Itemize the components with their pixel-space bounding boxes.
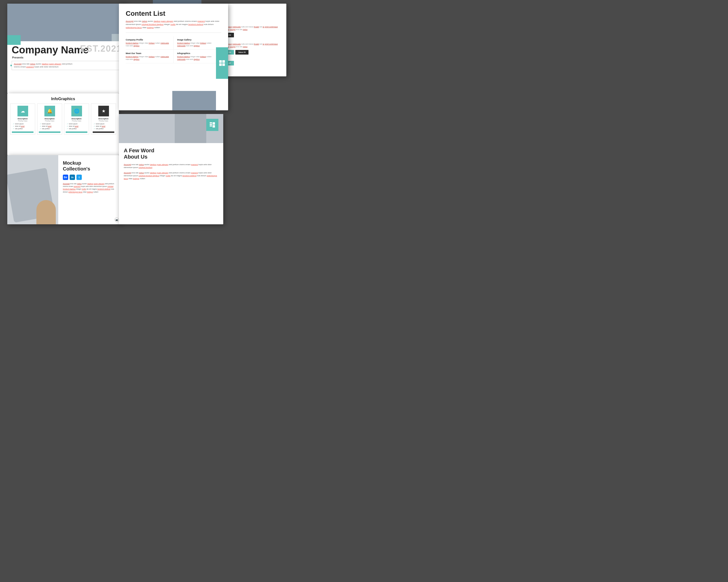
infographics-item-text: tincidunt dapibus integer vitae tristiqu… xyxy=(177,56,219,61)
card3-icon: 🌐 xyxy=(71,106,82,116)
profile-text: tincidunt dapibus integer vitae tristiqu… xyxy=(126,42,170,47)
about-gray-box xyxy=(175,114,206,143)
card2-description: Description xyxy=(39,118,60,120)
info-card-3: 🌐 Description Priority Class ✓lorem ipsu… xyxy=(64,104,89,135)
card2-bar xyxy=(39,132,60,133)
content-list-image-placeholder xyxy=(172,91,216,110)
card4-icon: ★ xyxy=(98,106,109,116)
mockup-image-area xyxy=(7,155,58,224)
content-item-team: Meet Our Team tincidunt dapibus integer … xyxy=(126,50,174,63)
card2-priority: Priority Class xyxy=(39,120,60,122)
about-top-section xyxy=(119,114,223,143)
content-item-infographics: Infographics tincidunt dapibus integer v… xyxy=(174,50,221,63)
card2-checklist: ✓lorem ipsum ✓dolor sit amet ✓iste portt… xyxy=(39,123,60,130)
svg-rect-6 xyxy=(210,126,212,126)
company-body-text: Asuscipit eros iste metus auctor dapibus… xyxy=(14,63,73,68)
svg-rect-1 xyxy=(222,60,225,63)
mockup-title: MockupCollection's xyxy=(63,160,118,172)
svg-rect-4 xyxy=(210,122,212,123)
value-05-button[interactable]: Value 05 xyxy=(235,50,249,55)
content-item-gallery: Image Gallery tincidunt dapibus integer … xyxy=(174,36,221,50)
linkedin-icon[interactable]: in xyxy=(70,175,75,180)
content-grid: Company Profile tincidunt dapibus intege… xyxy=(119,36,228,63)
slide-mockup: MockupCollection's Bé in t Asuscipit ero… xyxy=(7,155,121,224)
info-card-4: ★ Description Priority Class ✓lorem ipsu… xyxy=(91,104,116,135)
content-item-profile: Company Profile tincidunt dapibus intege… xyxy=(126,36,174,50)
mockup-content: MockupCollection's Bé in t Asuscipit ero… xyxy=(59,155,121,197)
info-card-2: 🔔 Description Priority Class ✓lorem ipsu… xyxy=(37,104,62,135)
slide-about: A Few WordAbout Us Asuscipit eros iste m… xyxy=(119,114,223,224)
team-text: tincidunt dapibus integer vitae tristiqu… xyxy=(126,56,170,61)
about-teal-icon xyxy=(206,119,218,131)
social-icons-row: Bé in t xyxy=(63,175,118,180)
card3-description: Description xyxy=(66,118,87,120)
profile-title: Company Profile xyxy=(126,38,170,41)
svg-rect-7 xyxy=(213,122,215,124)
presents-label: Presents xyxy=(12,56,122,59)
content-list-title: Content List xyxy=(119,4,228,20)
company-header-image: 🖼 xyxy=(7,4,126,41)
slide-content-list: Content List Asuscipit eros iste metus a… xyxy=(119,4,228,110)
infographics-cards: ☁ Description Priority Class ✓lorem ipsu… xyxy=(7,104,119,135)
card4-checklist: ✓lorem ipsum ✓dolor sit amet ✓iste portt… xyxy=(93,123,114,130)
est-text: EST.2021 xyxy=(80,44,122,54)
card1-description: Description xyxy=(12,118,33,120)
card4-bar xyxy=(93,132,114,133)
gallery-title: Image Gallery xyxy=(177,38,219,41)
slide-company: 🖼 EST.2021 Company Name Presents Asuscip… xyxy=(7,4,126,93)
card3-bar xyxy=(66,132,87,133)
behance-icon[interactable]: Bé xyxy=(63,175,68,180)
team-title: Meet Our Team xyxy=(126,52,170,55)
infographics-title: InfoGraphics xyxy=(7,93,119,104)
about-para1: Asuscipit eros iste metus auctor dapibus… xyxy=(124,163,218,169)
about-content: A Few WordAbout Us Asuscipit eros iste m… xyxy=(119,143,223,187)
infographics-item-title: Infographics xyxy=(177,52,219,55)
mockup-body-text: Asuscipit eros iste metus auctor dapibus… xyxy=(63,182,118,193)
svg-rect-5 xyxy=(210,124,212,125)
card1-icon: ☁ xyxy=(18,106,28,116)
about-title: A Few WordAbout Us xyxy=(124,147,218,160)
teal-right-accent xyxy=(216,47,228,79)
company-description-box: Asuscipit eros iste metus auctor dapibus… xyxy=(11,61,122,70)
svg-rect-8 xyxy=(213,125,215,128)
card1-bar xyxy=(12,132,33,133)
twitter-icon[interactable]: t xyxy=(76,175,82,180)
card2-icon: 🔔 xyxy=(45,106,55,116)
about-para2: Asuscipit eros iste metus auctor dapibus… xyxy=(124,171,218,180)
card4-priority: Priority Class xyxy=(93,120,114,122)
card1-checklist: ✓lorem ipsum ✓dolor sit amet ✓iste portt… xyxy=(12,123,33,130)
card4-description: Description xyxy=(93,118,114,120)
card1-priority: Priority Class xyxy=(12,120,33,122)
gallery-text: tincidunt dapibus integer vitae tristiqu… xyxy=(177,42,219,47)
hand-image xyxy=(36,200,56,224)
svg-rect-3 xyxy=(222,63,225,66)
slide-infographics: InfoGraphics ☁ Description Priority Clas… xyxy=(7,93,119,155)
content-list-body: Asuscipit eros iste metus auctor dapibus… xyxy=(119,20,228,29)
company-content: EST.2021 Company Name Presents Asuscipit… xyxy=(7,41,126,73)
svg-rect-0 xyxy=(219,60,222,63)
card3-priority: Priority Class xyxy=(66,120,87,122)
card3-checklist: ✓lorem ipsum ✓dolor sit amet ✓iste portt… xyxy=(66,123,87,130)
content-divider xyxy=(126,32,221,33)
info-card-1: ☁ Description Priority Class ✓lorem ipsu… xyxy=(10,104,35,135)
svg-rect-2 xyxy=(219,63,222,66)
camera-icon: 📷 xyxy=(114,218,119,222)
